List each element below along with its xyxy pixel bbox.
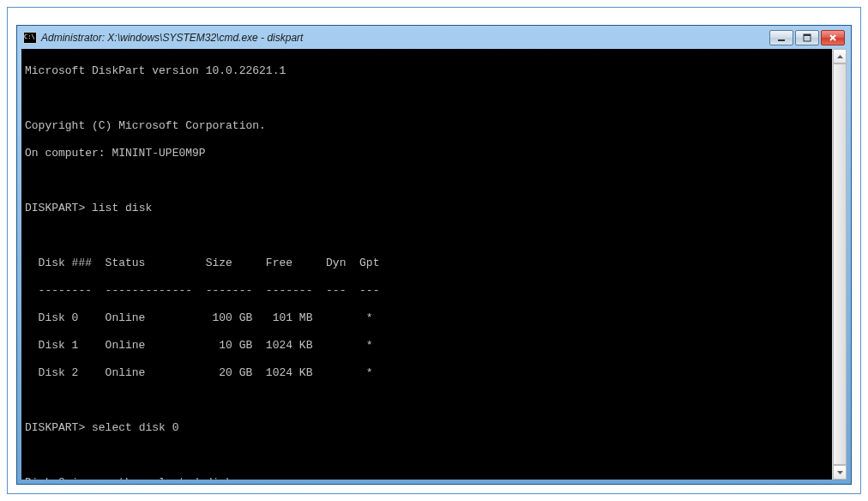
close-button[interactable] [821,30,845,45]
titlebar[interactable]: Administrator: X:\windows\SYSTEM32\cmd.e… [21,30,847,49]
table-row: Disk 1 Online 10 GB 1024 KB * [25,339,843,353]
scroll-down-button[interactable] [833,465,847,480]
vertical-scrollbar[interactable] [832,49,847,480]
table-header: Disk ### Status Size Free Dyn Gpt [25,257,843,270]
cmd-window: Administrator: X:\windows\SYSTEM32\cmd.e… [16,25,852,485]
table-divider: -------- ------------- ------- ------- -… [25,284,843,298]
console-area[interactable]: Microsoft DiskPart version 10.0.22621.1 … [21,49,847,480]
output-line: Microsoft DiskPart version 10.0.22621.1 [25,64,843,78]
prompt-line: DISKPART> select disk 0 [25,421,843,435]
scroll-up-button[interactable] [833,49,847,63]
cmd-icon [23,32,37,44]
minimize-button[interactable] [769,30,793,45]
console-text: Microsoft DiskPart version 10.0.22621.1 … [21,49,847,480]
output-line: Disk 0 is now the selected disk. [25,476,843,480]
outer-frame: Administrator: X:\windows\SYSTEM32\cmd.e… [7,7,861,494]
svg-marker-6 [837,471,843,474]
table-row: Disk 0 Online 100 GB 101 MB * [25,311,843,325]
scroll-thumb[interactable] [833,63,847,465]
table-row: Disk 2 Online 20 GB 1024 KB * [25,366,843,380]
maximize-button[interactable] [795,30,819,45]
svg-marker-5 [837,55,843,58]
output-line: Copyright (C) Microsoft Corporation. [25,119,843,133]
window-controls [769,30,845,45]
prompt-line: DISKPART> list disk [25,202,843,215]
window-title: Administrator: X:\windows\SYSTEM32\cmd.e… [41,32,769,44]
scroll-track[interactable] [833,63,847,465]
output-line: On computer: MININT-UPE0M9P [25,147,843,160]
